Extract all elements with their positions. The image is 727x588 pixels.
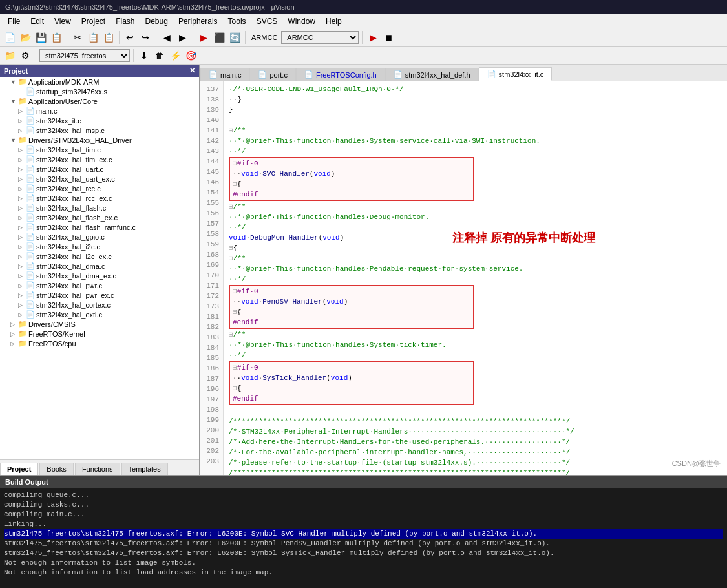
build-line-2: compiling tasks.c... bbox=[4, 500, 723, 510]
project-tree: ▼ 📁 Application/MDK-ARM 📄 startup_stm32l… bbox=[0, 77, 199, 459]
target-combo[interactable]: stm32l475_freertos bbox=[39, 49, 130, 62]
menu-file[interactable]: File bbox=[3, 16, 25, 27]
tree-file-flash-ex[interactable]: ▷ 📄 stm32l4xx_hal_flash_ex.c bbox=[0, 213, 199, 222]
tree-label: stm32l4xx_hal_flash_ramfunc.c bbox=[36, 224, 136, 231]
folder-icon: 📁 bbox=[18, 136, 27, 144]
tree-file-dma-ex[interactable]: ▷ 📄 stm32l4xx_hal_dma_ex.c bbox=[0, 271, 199, 280]
file-icon: 📄 bbox=[26, 300, 35, 309]
armcc-combo[interactable]: ARMCC bbox=[281, 31, 359, 44]
tree-file-main[interactable]: ▷ 📄 main.c bbox=[0, 106, 199, 116]
file-icon: 📄 bbox=[26, 233, 35, 241]
tree-file-it[interactable]: ▷ 📄 stm32l4xx_it.c bbox=[0, 116, 199, 125]
save-all-btn[interactable]: 📋 bbox=[49, 30, 63, 45]
tree-file-exti[interactable]: ▷ 📄 stm32l4xx_hal_exti.c bbox=[0, 310, 199, 319]
menu-edit[interactable]: Edit bbox=[25, 16, 49, 27]
open-btn[interactable]: 📂 bbox=[18, 30, 32, 45]
menu-window[interactable]: Window bbox=[282, 16, 321, 27]
menu-peripherals[interactable]: Peripherals bbox=[173, 16, 223, 27]
nav-back-btn[interactable]: ◀ bbox=[160, 30, 174, 45]
tab-hal-def[interactable]: 📄 stm32l4xx_hal_def.h bbox=[385, 68, 479, 81]
flash-options-btn[interactable]: ⚡ bbox=[168, 48, 182, 63]
tree-folder-mdk[interactable]: ▼ 📁 Application/MDK-ARM bbox=[0, 77, 199, 87]
menu-view[interactable]: View bbox=[49, 16, 76, 27]
tree-file-uart[interactable]: ▷ 📄 stm32l4xx_hal_uart.c bbox=[0, 164, 199, 174]
tab-templates[interactable]: Templates bbox=[121, 463, 168, 475]
tree-file-rcc-ex[interactable]: ▷ 📄 stm32l4xx_hal_rcc_ex.c bbox=[0, 193, 199, 203]
tree-folder-hal[interactable]: ▼ 📁 Drivers/STM32L4xx_HAL_Driver bbox=[0, 135, 199, 145]
expand-icon: ▷ bbox=[18, 147, 25, 153]
tree-file-cortex[interactable]: ▷ 📄 stm32l4xx_hal_cortex.c bbox=[0, 300, 199, 310]
debug-start-btn[interactable]: ▶ bbox=[366, 30, 380, 45]
tree-label: Application/MDK-ARM bbox=[28, 78, 99, 86]
code-line-138: ··} bbox=[229, 94, 722, 105]
tree-label: stm32l4xx_hal_rcc_ex.c bbox=[36, 194, 112, 202]
tab-books[interactable]: Books bbox=[39, 463, 74, 475]
tree-folder-freertos-cpu[interactable]: ▷ 📁 FreeRTOS/cpu bbox=[0, 339, 199, 348]
file-icon: 📄 bbox=[26, 174, 35, 183]
tree-file-tim-ex[interactable]: ▷ 📄 stm32l4xx_hal_tim_ex.c bbox=[0, 154, 199, 164]
project-close-icon[interactable]: ✕ bbox=[189, 67, 195, 75]
cut-btn[interactable]: ✂ bbox=[70, 30, 85, 45]
tree-folder-freertos-kernel[interactable]: ▷ 📁 FreeRTOS/Kernel bbox=[0, 329, 199, 339]
menu-flash[interactable]: Flash bbox=[111, 16, 140, 27]
flash-download-btn[interactable]: ⬇ bbox=[137, 48, 151, 63]
tree-label: stm32l4xx_hal_exti.c bbox=[36, 311, 102, 319]
tree-file-startup[interactable]: 📄 startup_stm32l476xx.s bbox=[0, 87, 199, 96]
paste-btn[interactable]: 📋 bbox=[101, 30, 116, 45]
tab-project[interactable]: Project bbox=[0, 463, 38, 475]
line-numbers: 137 138 139 140 141 142 143 144 145 146 … bbox=[200, 81, 224, 475]
tab-functions[interactable]: Functions bbox=[75, 463, 120, 475]
options-btn[interactable]: ⚙ bbox=[18, 48, 32, 63]
nav-fwd-btn[interactable]: ▶ bbox=[175, 30, 189, 45]
tree-file-rcc[interactable]: ▷ 📄 stm32l4xx_hal_rcc.c bbox=[0, 184, 199, 193]
tree-file-flash-ram[interactable]: ▷ 📄 stm32l4xx_hal_flash_ramfunc.c bbox=[0, 222, 199, 232]
tree-file-i2c[interactable]: ▷ 📄 stm32l4xx_hal_i2c.c bbox=[0, 242, 199, 251]
tree-file-i2c-ex[interactable]: ▷ 📄 stm32l4xx_hal_i2c_ex.c bbox=[0, 251, 199, 261]
menu-tools[interactable]: Tools bbox=[223, 16, 251, 27]
tree-label: stm32l4xx_hal_i2c_ex.c bbox=[36, 253, 112, 260]
tab-it-c[interactable]: 📄 stm32l4xx_it.c bbox=[479, 67, 553, 81]
tree-folder-cmsis[interactable]: ▷ 📁 Drivers/CMSIS bbox=[0, 319, 199, 329]
code-editor[interactable]: 137 138 139 140 141 142 143 144 145 146 … bbox=[200, 81, 727, 475]
target-btn[interactable]: 🎯 bbox=[184, 48, 198, 63]
menu-debug[interactable]: Debug bbox=[140, 16, 173, 27]
tab-main-c[interactable]: 📄 main.c bbox=[200, 68, 249, 81]
new-btn[interactable]: 📄 bbox=[3, 30, 17, 45]
expand-icon: ▷ bbox=[18, 166, 25, 173]
debug-stop-btn[interactable]: ⏹ bbox=[381, 30, 395, 45]
tree-file-pwr[interactable]: ▷ 📄 stm32l4xx_hal_pwr.c bbox=[0, 280, 199, 290]
build-line-4: linking... bbox=[4, 520, 723, 529]
code-line-158: void·DebugMon_Handler(void) 注释掉 原有的异常中断处… bbox=[229, 233, 722, 243]
tree-file-msp[interactable]: ▷ 📄 stm32l4xx_hal_msp.c bbox=[0, 125, 199, 135]
menu-help[interactable]: Help bbox=[321, 16, 347, 27]
tree-file-pwr-ex[interactable]: ▷ 📄 stm32l4xx_hal_pwr_ex.c bbox=[0, 290, 199, 300]
menu-svcs[interactable]: SVCS bbox=[251, 16, 283, 27]
chinese-annotation: 注释掉 原有的异常中断处理 bbox=[448, 231, 599, 244]
code-text[interactable]: ·/*·USER·CODE·END·W1_UsageFault_IRQn·0·*… bbox=[224, 81, 727, 475]
tree-file-dma[interactable]: ▷ 📄 stm32l4xx_hal_dma.c bbox=[0, 261, 199, 271]
tree-folder-user[interactable]: ▼ 📁 Application/User/Core bbox=[0, 96, 199, 106]
redo-btn[interactable]: ↪ bbox=[138, 30, 153, 45]
save-btn[interactable]: 💾 bbox=[34, 30, 48, 45]
tree-label: stm32l4xx_hal_dma.c bbox=[36, 262, 105, 270]
code-line-142: ··*·@brief·This·function·handles·System·… bbox=[229, 136, 722, 146]
build-output-content[interactable]: compiling queue.c... compiling tasks.c..… bbox=[0, 488, 727, 587]
tree-file-tim[interactable]: ▷ 📄 stm32l4xx_hal_tim.c bbox=[0, 145, 199, 154]
file-icon: 📄 bbox=[26, 116, 35, 125]
armcc-label: ARMCC bbox=[249, 34, 280, 41]
tree-file-gpio[interactable]: ▷ 📄 stm32l4xx_hal_gpio.c bbox=[0, 232, 199, 242]
stop-btn[interactable]: ⬛ bbox=[212, 30, 226, 45]
copy-btn[interactable]: 📋 bbox=[86, 30, 100, 45]
tab-freertos-config[interactable]: 📄 FreeRTOSConfig.h bbox=[296, 68, 385, 81]
project-btn[interactable]: 📁 bbox=[3, 48, 17, 63]
rebuild-btn[interactable]: 🔄 bbox=[227, 30, 242, 45]
undo-btn[interactable]: ↩ bbox=[123, 30, 137, 45]
flash-erase-btn[interactable]: 🗑 bbox=[153, 48, 167, 63]
tree-file-uart-ex[interactable]: ▷ 📄 stm32l4xx_hal_uart_ex.c bbox=[0, 174, 199, 184]
tree-label: stm32l4xx_hal_rcc.c bbox=[36, 185, 101, 193]
tab-port-c[interactable]: 📄 port.c bbox=[249, 68, 296, 81]
tree-file-flash[interactable]: ▷ 📄 stm32l4xx_hal_flash.c bbox=[0, 203, 199, 213]
build-btn[interactable]: ▶ bbox=[196, 30, 211, 45]
file-tab-icon: 📄 bbox=[258, 70, 267, 79]
menu-project[interactable]: Project bbox=[76, 16, 111, 27]
